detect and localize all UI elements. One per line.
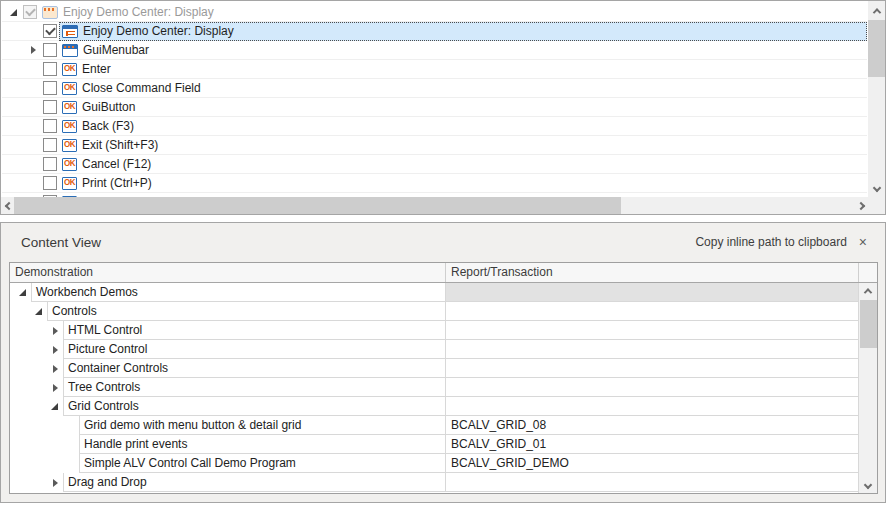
ok-code-icon: OK bbox=[62, 120, 77, 133]
scrollbar-thumb[interactable] bbox=[14, 197, 621, 214]
column-header-report-transaction[interactable]: Report/Transaction bbox=[445, 263, 858, 282]
report-cell bbox=[445, 359, 858, 378]
column-header-spacer bbox=[858, 263, 877, 282]
expander-expanded-icon[interactable] bbox=[51, 403, 58, 410]
tree-row-guibutton[interactable]: OK GuiButton bbox=[2, 98, 867, 117]
expander-collapsed-icon[interactable] bbox=[53, 384, 58, 392]
grid-row-drag-and-drop[interactable]: Drag and Drop bbox=[10, 473, 858, 492]
grid-rows: Workbench Demos Controls HTML Control Pi… bbox=[10, 283, 858, 493]
grid-row-tree-controls[interactable]: Tree Controls bbox=[10, 378, 858, 397]
checkbox-checked[interactable] bbox=[43, 24, 57, 38]
demonstration-cell: Grid Controls bbox=[63, 397, 445, 416]
expander-slot bbox=[26, 100, 40, 114]
grid-row-container-controls[interactable]: Container Controls bbox=[10, 359, 858, 378]
horizontal-scrollbar[interactable] bbox=[1, 197, 868, 214]
content-view-panel: Content View Copy inline path to clipboa… bbox=[0, 222, 886, 503]
grid-row-grid-controls[interactable]: Grid Controls bbox=[10, 397, 858, 416]
report-cell: BCALV_GRID_01 bbox=[445, 435, 858, 454]
ok-code-icon: OK bbox=[62, 101, 77, 114]
tree-row-root[interactable]: Enjoy Demo Center: Display bbox=[2, 3, 867, 22]
grid-row-controls[interactable]: Controls bbox=[10, 302, 858, 321]
demonstration-cell: HTML Control bbox=[63, 321, 445, 340]
tree-item-label: Cancel (F12) bbox=[82, 157, 151, 171]
copy-inline-path-action[interactable]: Copy inline path to clipboard bbox=[695, 235, 846, 249]
grid-vertical-scrollbar[interactable] bbox=[858, 283, 877, 493]
report-cell bbox=[445, 283, 858, 302]
menubar-icon bbox=[62, 44, 78, 57]
demonstration-cell: Handle print events bbox=[79, 435, 445, 454]
expander-collapsed-icon[interactable] bbox=[53, 365, 58, 373]
demonstration-cell: Drag and Drop bbox=[63, 473, 445, 492]
report-cell bbox=[445, 378, 858, 397]
expander-expanded-icon[interactable] bbox=[6, 5, 20, 19]
expander-collapsed-icon[interactable] bbox=[53, 346, 58, 354]
screen-icon bbox=[62, 25, 78, 38]
tree-row-back[interactable]: OK Back (F3) bbox=[2, 117, 867, 136]
report-cell bbox=[445, 302, 858, 321]
ok-code-icon: OK bbox=[62, 63, 77, 76]
grid-row-grid-demo-menu-button[interactable]: Grid demo with menu button & detail grid… bbox=[10, 416, 858, 435]
vertical-scrollbar[interactable] bbox=[868, 1, 885, 197]
scripting-tree-panel: Enjoy Demo Center: Display Enjoy Demo Ce… bbox=[0, 0, 886, 215]
tree-row-exit[interactable]: OK Exit (Shift+F3) bbox=[2, 136, 867, 155]
tree-item-label: Close Command Field bbox=[82, 81, 201, 95]
report-cell: BCALV_GRID_08 bbox=[445, 416, 858, 435]
scroll-down-icon[interactable] bbox=[868, 179, 885, 196]
tree-item-label: Exit (Shift+F3) bbox=[82, 138, 158, 152]
grid-row-workbench-demos[interactable]: Workbench Demos bbox=[10, 283, 858, 302]
expander-collapsed-icon[interactable] bbox=[53, 327, 58, 335]
tree-row-close-command-field[interactable]: OK Close Command Field bbox=[2, 79, 867, 98]
grid-row-html-control[interactable]: HTML Control bbox=[10, 321, 858, 340]
demo-tree-grid: Demonstration Report/Transaction Workben… bbox=[9, 262, 878, 494]
tree-item-label: Enjoy Demo Center: Display bbox=[83, 24, 234, 38]
grid-row-picture-control[interactable]: Picture Control bbox=[10, 340, 858, 359]
grid-row-simple-alv[interactable]: Simple ALV Control Call Demo Program BCA… bbox=[10, 454, 858, 473]
column-header-demonstration[interactable]: Demonstration bbox=[10, 263, 445, 282]
checkbox-unchecked[interactable] bbox=[43, 43, 57, 57]
tree-row-cancel[interactable]: OK Cancel (F12) bbox=[2, 155, 867, 174]
expander-slot bbox=[26, 119, 40, 133]
expander-slot bbox=[26, 81, 40, 95]
expander-slot bbox=[26, 176, 40, 190]
tree-row-print[interactable]: OK Print (Ctrl+P) bbox=[2, 174, 867, 193]
tree-item-label: Enjoy Demo Center: Display bbox=[63, 5, 214, 19]
ok-code-icon: OK bbox=[62, 158, 77, 171]
expander-collapsed-icon[interactable] bbox=[26, 43, 40, 57]
scroll-up-icon[interactable] bbox=[868, 2, 885, 19]
expander-expanded-icon[interactable] bbox=[35, 308, 42, 315]
scroll-up-icon[interactable] bbox=[859, 283, 877, 299]
tree-row-guimenubar[interactable]: GuiMenubar bbox=[2, 41, 867, 60]
tree-row-selected[interactable]: Enjoy Demo Center: Display bbox=[2, 22, 867, 41]
tree-item-label: GuiMenubar bbox=[83, 43, 149, 57]
report-cell bbox=[445, 321, 858, 340]
scrollbar-thumb[interactable] bbox=[860, 300, 877, 348]
expander-collapsed-icon[interactable] bbox=[53, 479, 58, 487]
checkbox-unchecked[interactable] bbox=[43, 119, 57, 133]
checkbox-unchecked[interactable] bbox=[43, 100, 57, 114]
checkbox-unchecked[interactable] bbox=[43, 81, 57, 95]
checkbox-unchecked[interactable] bbox=[43, 176, 57, 190]
scroll-down-icon[interactable] bbox=[859, 477, 877, 493]
expander-slot bbox=[26, 138, 40, 152]
checkbox-unchecked[interactable] bbox=[43, 138, 57, 152]
report-cell bbox=[445, 397, 858, 416]
grid-row-handle-print-events[interactable]: Handle print events BCALV_GRID_01 bbox=[10, 435, 858, 454]
tree-item-label: Print (Ctrl+P) bbox=[82, 176, 152, 190]
tree-item-label: Back (F3) bbox=[82, 119, 134, 133]
expander-expanded-icon[interactable] bbox=[19, 289, 26, 296]
tree-row-enter[interactable]: OK Enter bbox=[2, 60, 867, 79]
panel-title: Content View bbox=[21, 235, 101, 250]
grid-header: Demonstration Report/Transaction bbox=[10, 263, 877, 283]
close-icon[interactable]: × bbox=[859, 235, 867, 249]
demonstration-cell: Picture Control bbox=[63, 340, 445, 359]
demonstration-cell: Grid demo with menu button & detail grid bbox=[79, 416, 445, 435]
scrollbar-thumb[interactable] bbox=[868, 20, 885, 77]
report-cell bbox=[445, 473, 858, 492]
scroll-right-icon[interactable] bbox=[853, 197, 868, 214]
checkbox-unchecked[interactable] bbox=[43, 157, 57, 171]
expander-slot bbox=[26, 157, 40, 171]
tree-rows: Enjoy Demo Center: Display Enjoy Demo Ce… bbox=[2, 1, 867, 197]
checkbox-checked-disabled[interactable] bbox=[23, 5, 37, 19]
window-icon bbox=[42, 6, 58, 19]
checkbox-unchecked[interactable] bbox=[43, 62, 57, 76]
